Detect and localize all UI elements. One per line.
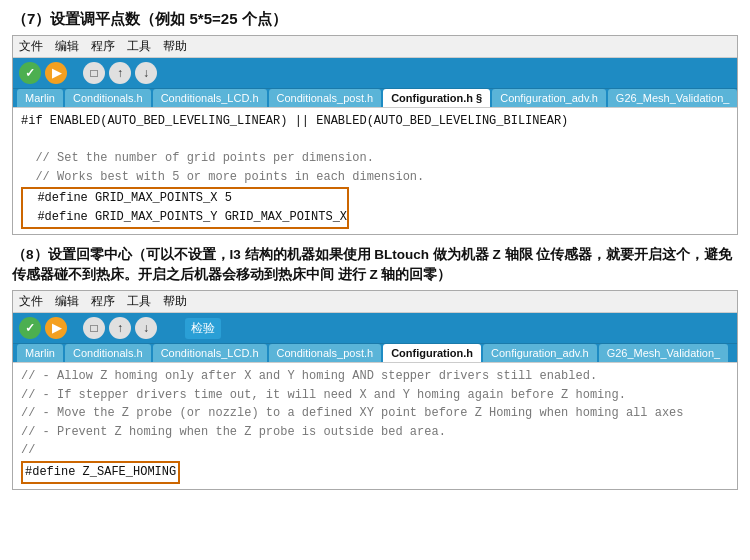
section1-heading: （7）设置调平点数（例如 5*5=25 个点） (12, 8, 738, 29)
menu-help-2[interactable]: 帮助 (163, 293, 187, 310)
open-button-2[interactable]: ↑ (109, 317, 131, 339)
ide-tabs-1: Marlin Conditionals.h Conditionals_LCD.h… (13, 89, 737, 108)
ide-menubar-2: 文件 编辑 程序 工具 帮助 (13, 291, 737, 313)
menu-program-2[interactable]: 程序 (91, 293, 115, 310)
tab-conditionals-2[interactable]: Conditionals.h (65, 344, 151, 362)
tab-configuration-2[interactable]: Configuration.h (383, 344, 481, 362)
ide-window-2: 文件 编辑 程序 工具 帮助 ✓ ▶ □ ↑ ↓ 检验 Marlin Condi… (12, 290, 738, 490)
ide-tabs-2: Marlin Conditionals.h Conditionals_LCD.h… (13, 344, 737, 363)
menu-file-2[interactable]: 文件 (19, 293, 43, 310)
code-line-1-5: #define GRID_MAX_POINTS_Y GRID_MAX_POINT… (23, 208, 347, 227)
code-line-1-1 (21, 131, 729, 150)
verify-button-1[interactable]: ✓ (19, 62, 41, 84)
page-container: （7）设置调平点数（例如 5*5=25 个点） 文件 编辑 程序 工具 帮助 ✓… (0, 0, 750, 560)
upload-button-2[interactable]: ▶ (45, 317, 67, 339)
tab-marlin-2[interactable]: Marlin (17, 344, 63, 362)
upload-button-1[interactable]: ▶ (45, 62, 67, 84)
code-line-1-3: // Works best with 5 or more points in e… (21, 168, 729, 187)
highlight-box-2: #define Z_SAFE_HOMING (21, 461, 180, 484)
menu-tools-1[interactable]: 工具 (127, 38, 151, 55)
menu-help-1[interactable]: 帮助 (163, 38, 187, 55)
menu-edit-1[interactable]: 编辑 (55, 38, 79, 55)
new-button-2[interactable]: □ (83, 317, 105, 339)
tab-g26-1[interactable]: G26_Mesh_Validation_ (608, 89, 738, 107)
ide-menubar-1: 文件 编辑 程序 工具 帮助 (13, 36, 737, 58)
tab-conditionals-post-2[interactable]: Conditionals_post.h (269, 344, 382, 362)
extra-tab-label: 检验 (185, 318, 221, 339)
code-line-1-0: #if ENABLED(AUTO_BED_LEVELING_LINEAR) ||… (21, 112, 729, 131)
code-line-2-1: // - If stepper drivers time out, it wil… (21, 386, 729, 405)
save-button-1[interactable]: ↓ (135, 62, 157, 84)
open-button-1[interactable]: ↑ (109, 62, 131, 84)
tab-configuration-adv-1[interactable]: Configuration_adv.h (492, 89, 606, 107)
menu-program-1[interactable]: 程序 (91, 38, 115, 55)
code-line-2-4: // (21, 441, 729, 460)
code-line-2-3: // - Prevent Z homing when the Z probe i… (21, 423, 729, 442)
tab-g26-2[interactable]: G26_Mesh_Validation_ (599, 344, 729, 362)
verify-button-2[interactable]: ✓ (19, 317, 41, 339)
save-button-2[interactable]: ↓ (135, 317, 157, 339)
ide-code-area-1: #if ENABLED(AUTO_BED_LEVELING_LINEAR) ||… (13, 108, 737, 234)
code-line-1-4: #define GRID_MAX_POINTS_X 5 (23, 189, 347, 208)
code-line-2-5: #define Z_SAFE_HOMING (25, 463, 176, 482)
menu-edit-2[interactable]: 编辑 (55, 293, 79, 310)
menu-tools-2[interactable]: 工具 (127, 293, 151, 310)
menu-file-1[interactable]: 文件 (19, 38, 43, 55)
section2-heading: （8）设置回零中心（可以不设置，I3 结构的机器如果使用 BLtouch 做为机… (12, 245, 738, 286)
new-button-1[interactable]: □ (83, 62, 105, 84)
code-line-2-2: // - Move the Z probe (or nozzle) to a d… (21, 404, 729, 423)
highlight-box-1: #define GRID_MAX_POINTS_X 5 #define GRID… (21, 187, 349, 228)
tab-configuration-adv-2[interactable]: Configuration_adv.h (483, 344, 597, 362)
code-line-2-0: // - Allow Z homing only after X and Y h… (21, 367, 729, 386)
tab-marlin-1[interactable]: Marlin (17, 89, 63, 107)
tab-conditionals-lcd-2[interactable]: Conditionals_LCD.h (153, 344, 267, 362)
ide-window-1: 文件 编辑 程序 工具 帮助 ✓ ▶ □ ↑ ↓ Marlin Conditio… (12, 35, 738, 235)
ide-code-area-2: // - Allow Z homing only after X and Y h… (13, 363, 737, 489)
tab-configuration-1[interactable]: Configuration.h § (383, 89, 490, 107)
ide-toolbar-1: ✓ ▶ □ ↑ ↓ (13, 58, 737, 89)
ide-toolbar-2: ✓ ▶ □ ↑ ↓ 检验 (13, 313, 737, 344)
tab-conditionals-post-1[interactable]: Conditionals_post.h (269, 89, 382, 107)
tab-conditionals-1[interactable]: Conditionals.h (65, 89, 151, 107)
code-line-1-2: // Set the number of grid points per dim… (21, 149, 729, 168)
tab-conditionals-lcd-1[interactable]: Conditionals_LCD.h (153, 89, 267, 107)
